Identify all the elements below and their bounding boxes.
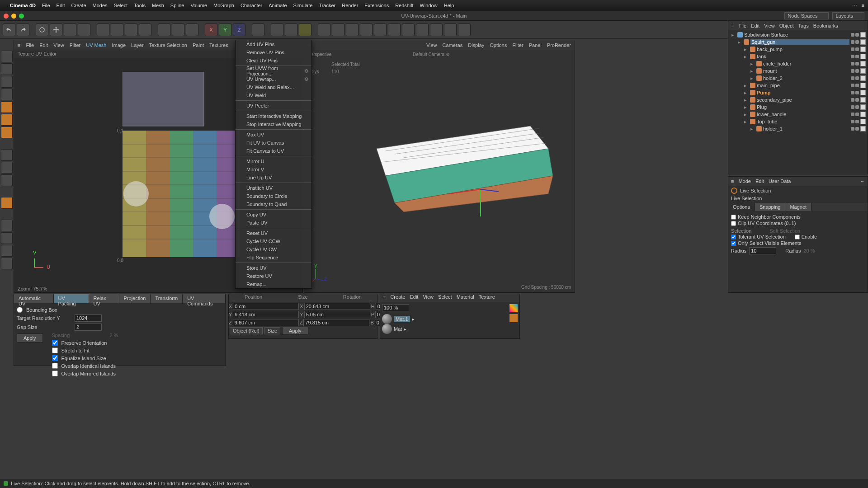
menu-item[interactable]: Boundary to Circle — [236, 192, 311, 200]
chevron-right-icon[interactable]: ▸ — [404, 326, 406, 332]
workplane-button[interactable] — [1, 76, 13, 88]
point-mode-button[interactable] — [1, 101, 13, 113]
render-region-button[interactable] — [285, 23, 297, 36]
selection-tool[interactable] — [36, 23, 48, 36]
stretch-checkbox[interactable] — [52, 347, 58, 353]
menu-help[interactable]: Help — [444, 3, 454, 8]
attrmgr-menu-edit[interactable]: Edit — [755, 178, 764, 184]
menu-item[interactable]: Boundary to Quad — [236, 200, 311, 208]
menu-item[interactable]: Reset UV — [236, 229, 311, 237]
menu-character[interactable]: Character — [241, 3, 262, 8]
menu-item[interactable]: Set UVW from Projection...⚙ — [236, 67, 311, 75]
uv-mode-button[interactable] — [1, 197, 13, 209]
expand-icon[interactable]: ▸ — [744, 83, 749, 89]
uvw-tag-icon[interactable] — [860, 61, 866, 66]
matmgr-menu-material[interactable]: Material — [457, 294, 474, 302]
vp-menu-view[interactable]: View — [426, 42, 437, 48]
menu-extensions[interactable]: Extensions — [364, 3, 389, 8]
tool-button[interactable] — [111, 23, 123, 36]
light-button[interactable] — [402, 23, 415, 36]
uv-menu-textsel[interactable]: Texture Selection — [149, 42, 187, 48]
tool-button[interactable] — [444, 23, 457, 36]
layouts-dropdown[interactable]: Layouts — [832, 12, 864, 19]
matmgr-grip[interactable]: ≡ — [383, 294, 386, 302]
menu-simulate[interactable]: Simulate — [293, 3, 313, 8]
menu-item[interactable]: Max UV — [236, 131, 311, 139]
menu-window[interactable]: Window — [420, 3, 438, 8]
spline-button[interactable] — [332, 23, 344, 36]
render-settings-button[interactable] — [299, 23, 311, 36]
material-name[interactable]: Mat — [394, 326, 402, 332]
generator-button[interactable] — [346, 23, 359, 36]
objmgr-tree[interactable]: ▸Subdivision Surface▸Squirt_gun▸back_pum… — [728, 30, 868, 133]
object-name[interactable]: Subdivision Surface — [744, 32, 849, 38]
menu-modes[interactable]: Modes — [93, 3, 108, 8]
menu-redshift[interactable]: Redshift — [395, 3, 413, 8]
menu-item[interactable]: Fit UV to Canvas — [236, 139, 311, 147]
menu-item[interactable]: Mirror U — [236, 157, 311, 165]
menu-animate[interactable]: Animate — [269, 3, 287, 8]
enable-softsel-checkbox[interactable] — [795, 235, 800, 239]
minimize-window-button[interactable] — [11, 14, 16, 19]
overlap-ident-checkbox[interactable] — [52, 363, 58, 369]
material-preview-icon[interactable] — [382, 314, 392, 324]
uv-menu-grip[interactable]: ≡ — [18, 42, 20, 48]
menu-item[interactable]: Start Interactive Mapping — [236, 112, 311, 120]
uvw-tag-icon[interactable] — [860, 112, 866, 117]
tool-button[interactable] — [1, 220, 13, 231]
environment-button[interactable] — [374, 23, 387, 36]
tab-snapping[interactable]: Snapping — [755, 203, 786, 211]
tab-uv-commands[interactable]: UV Commands — [183, 294, 226, 303]
object-name[interactable]: mount — [763, 68, 849, 74]
uv-menu-uvmesh[interactable]: UV Mesh — [86, 42, 106, 48]
menu-item[interactable]: Unstitch UV — [236, 184, 311, 192]
menu-select[interactable]: Select — [114, 3, 128, 8]
visibility-dot[interactable] — [851, 76, 854, 80]
tree-row[interactable]: ▸back_pump — [730, 46, 866, 53]
vp-menu-panel[interactable]: Panel — [529, 42, 542, 48]
texture-swatch-icon[interactable] — [509, 314, 518, 322]
visibility-dot[interactable] — [851, 62, 854, 66]
uv-menu-image[interactable]: Image — [112, 42, 126, 48]
menu-create[interactable]: Create — [71, 3, 86, 8]
object-name[interactable]: Squirt_gun — [750, 39, 849, 45]
attrmgr-menu-mode[interactable]: Mode — [738, 178, 751, 184]
render-button[interactable] — [271, 23, 283, 36]
visibility-dot[interactable] — [855, 127, 859, 131]
uvw-tag-icon[interactable] — [860, 119, 866, 124]
uvw-tag-icon[interactable] — [860, 75, 866, 81]
visibility-dot[interactable] — [851, 69, 854, 73]
menu-mesh[interactable]: Mesh — [152, 3, 164, 8]
tree-row[interactable]: ▸Squirt_gun — [730, 38, 866, 46]
tool-button[interactable] — [1, 245, 13, 257]
chevron-right-icon[interactable]: ▸ — [412, 316, 415, 322]
tool-button[interactable] — [1, 232, 13, 244]
apply-button[interactable]: Apply — [17, 333, 43, 343]
only-visible-checkbox[interactable] — [731, 241, 736, 246]
expand-icon[interactable]: ▸ — [731, 32, 736, 38]
snap-button[interactable] — [1, 174, 13, 186]
matmgr-menu-view[interactable]: View — [423, 294, 434, 302]
visibility-dot[interactable] — [851, 84, 854, 87]
tree-row[interactable]: ▸Pump — [730, 89, 866, 96]
tool-button[interactable] — [252, 23, 264, 36]
coord-mode-select[interactable]: Object (Rel) — [230, 327, 263, 334]
vp-menu-display[interactable]: Display — [468, 42, 484, 48]
visibility-dot[interactable] — [855, 84, 859, 87]
tree-row[interactable]: ▸tank — [730, 53, 866, 60]
snap-button[interactable] — [1, 149, 13, 161]
object-name[interactable]: Plug — [757, 104, 849, 110]
tab-automatic-uv[interactable]: Automatic UV — [14, 294, 54, 303]
menu-edit[interactable]: Edit — [57, 3, 65, 8]
zoom-window-button[interactable] — [19, 14, 24, 19]
visibility-dot[interactable] — [855, 98, 859, 102]
nodespaces-dropdown[interactable]: Node Spaces — [784, 12, 829, 19]
tab-transform[interactable]: Transform — [151, 294, 183, 303]
object-name[interactable]: tank — [757, 54, 849, 59]
menu-item[interactable]: Cycle UV CW — [236, 245, 311, 253]
object-name[interactable]: Pump — [757, 90, 849, 95]
uvw-tag-icon[interactable] — [860, 54, 866, 59]
visibility-dot[interactable] — [851, 91, 854, 94]
material-preview-icon[interactable] — [382, 324, 392, 334]
objmgr-menu-view[interactable]: View — [764, 23, 775, 28]
